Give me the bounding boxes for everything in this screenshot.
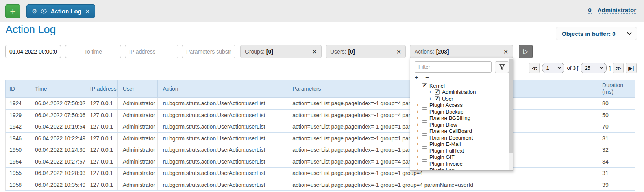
- tree-item[interactable]: + Plugin Access: [410, 102, 509, 109]
- to-time-input[interactable]: [65, 45, 121, 58]
- cell-ip: 127.0.0.1: [85, 121, 118, 132]
- cell-action: ru.bgcrm.struts.action.UserAction:userLi…: [158, 110, 288, 121]
- clear-groups-icon[interactable]: ×: [312, 48, 317, 56]
- last-page-button[interactable]: ▶|: [626, 63, 637, 73]
- tree-checkbox[interactable]: [422, 155, 427, 160]
- tree-item[interactable]: + Plugin Invoice: [410, 160, 509, 167]
- next-page-button[interactable]: ≫: [613, 63, 624, 73]
- table-row: 1946 06.04.2022 10:22:49 127.0.0.1 Admin…: [5, 133, 635, 145]
- action-log-table: ID Time IP address User Action Parameter…: [5, 80, 635, 191]
- tree-checkbox[interactable]: [435, 89, 440, 95]
- cell-duration: 80: [597, 98, 635, 109]
- cell-id: 1946: [6, 133, 30, 144]
- tree-item-label: Плагин BGBilling: [429, 115, 470, 121]
- expand-node-icon[interactable]: +: [416, 109, 420, 115]
- users-filter-button[interactable]: Users: [0] ×: [326, 45, 406, 58]
- objects-in-buffer-button[interactable]: Objects in buffer: 0: [556, 27, 637, 40]
- parameters-substring-input[interactable]: [182, 45, 235, 58]
- tree-checkbox[interactable]: [422, 161, 427, 166]
- tree-checkbox[interactable]: [422, 168, 427, 171]
- tree-item[interactable]: − Kernel: [410, 82, 509, 89]
- clear-users-icon[interactable]: ×: [396, 48, 401, 56]
- tree-checkbox[interactable]: [422, 83, 427, 88]
- tree-checkbox[interactable]: [422, 109, 427, 114]
- expand-node-icon[interactable]: +: [416, 141, 420, 147]
- first-page-button[interactable]: ≪: [529, 63, 540, 73]
- tree-item-label: Plugin Invoice: [429, 161, 463, 167]
- buffer-count-link[interactable]: 0: [588, 7, 591, 14]
- collapse-node-icon[interactable]: −: [416, 83, 420, 89]
- tree-item[interactable]: + Administration: [410, 89, 509, 96]
- expand-node-icon[interactable]: +: [416, 115, 420, 121]
- eye-icon[interactable]: [40, 9, 47, 14]
- header-time: Time: [30, 80, 85, 97]
- tree-checkbox[interactable]: [422, 142, 427, 147]
- cell-id: 1958: [6, 179, 30, 191]
- cell-user: Administrator: [118, 179, 158, 191]
- collapse-all-button[interactable]: −: [425, 74, 429, 82]
- tree-checkbox[interactable]: [422, 148, 427, 153]
- expand-all-button[interactable]: +: [415, 74, 418, 82]
- tree-item[interactable]: + Plugin FullText: [410, 147, 509, 154]
- expand-node-icon[interactable]: +: [428, 96, 432, 102]
- expand-node-icon[interactable]: +: [416, 167, 420, 171]
- cell-id: 1929: [6, 110, 30, 121]
- chevron-down-icon: [558, 66, 561, 69]
- tree-item[interactable]: + Plugin GIT: [410, 154, 509, 161]
- cell-action: ru.bgcrm.struts.action.UserAction:userLi…: [158, 168, 288, 179]
- dropdown-scrollbar[interactable]: [509, 58, 513, 170]
- user-link[interactable]: Administrator: [598, 7, 636, 14]
- tree-filter-input[interactable]: [415, 61, 492, 73]
- from-time-input[interactable]: [5, 45, 61, 58]
- gear-icon[interactable]: ⚙: [32, 8, 37, 15]
- tree-checkbox[interactable]: [422, 116, 427, 121]
- clear-actions-icon[interactable]: ×: [503, 48, 508, 56]
- tree-item[interactable]: + Plugin Blow: [410, 121, 509, 128]
- tree-checkbox[interactable]: [422, 129, 427, 134]
- page-select-value: 1: [546, 65, 549, 71]
- cell-action: ru.bgcrm.struts.action.UserAction:userLi…: [158, 133, 288, 144]
- table-row: 1955 06.04.2022 10:28:03 127.0.0.1 Admin…: [5, 168, 635, 179]
- tree-item[interactable]: + Plugin Log: [410, 167, 509, 171]
- tree-checkbox[interactable]: [435, 96, 440, 101]
- close-icon[interactable]: ×: [85, 7, 90, 15]
- cell-user: Administrator: [118, 144, 158, 156]
- expand-node-icon[interactable]: +: [416, 102, 420, 108]
- expand-node-icon[interactable]: +: [416, 161, 420, 167]
- expand-node-icon[interactable]: +: [428, 89, 432, 95]
- cell-ip: 127.0.0.1: [85, 156, 118, 168]
- tree-item[interactable]: + Плагин CallBoard: [410, 128, 509, 135]
- run-search-button[interactable]: ▷: [519, 45, 533, 58]
- tree-item-label: Kernel: [429, 83, 445, 89]
- tree-item[interactable]: + Plugin Backup: [410, 108, 509, 115]
- cell-duration: 32: [597, 144, 635, 156]
- tree-checkbox[interactable]: [422, 122, 427, 127]
- new-tab-button[interactable]: +: [5, 4, 20, 18]
- tree-item[interactable]: + Плагин Document: [410, 134, 509, 141]
- tree-item-label: Plugin Blow: [429, 122, 457, 128]
- tab-action-log[interactable]: ⚙ Action Log ×: [26, 4, 95, 18]
- expand-node-icon[interactable]: +: [416, 128, 420, 134]
- apply-filter-button[interactable]: [495, 61, 509, 73]
- expand-node-icon[interactable]: +: [416, 154, 420, 160]
- scrollbar-thumb[interactable]: [509, 59, 513, 153]
- tree-item-label: Plugin Backup: [429, 109, 463, 115]
- expand-node-icon[interactable]: +: [416, 148, 420, 154]
- actions-filter-button[interactable]: Actions: [203] ×: [410, 45, 513, 58]
- expand-node-icon[interactable]: +: [416, 122, 420, 128]
- page-size-select[interactable]: 25: [581, 63, 607, 73]
- cell-user: Administrator: [118, 168, 158, 179]
- tree-item-label: Plugin Access: [429, 102, 463, 108]
- table-row: 1950 06.04.2022 10:24:30 127.0.0.1 Admin…: [5, 144, 635, 156]
- expand-node-icon[interactable]: +: [416, 135, 420, 141]
- ip-address-input[interactable]: [125, 45, 178, 58]
- tree-item[interactable]: + User: [410, 95, 509, 102]
- cell-id: 1942: [6, 121, 30, 132]
- tree-checkbox[interactable]: [422, 135, 427, 140]
- page-title: Action Log: [6, 24, 56, 36]
- tree-checkbox[interactable]: [422, 103, 427, 108]
- page-select[interactable]: 1: [542, 63, 564, 73]
- groups-filter-button[interactable]: Groups: [0] ×: [240, 45, 322, 58]
- tree-item[interactable]: + Плагин BGBilling: [410, 115, 509, 122]
- tree-item[interactable]: + Plugin E-Mail: [410, 141, 509, 148]
